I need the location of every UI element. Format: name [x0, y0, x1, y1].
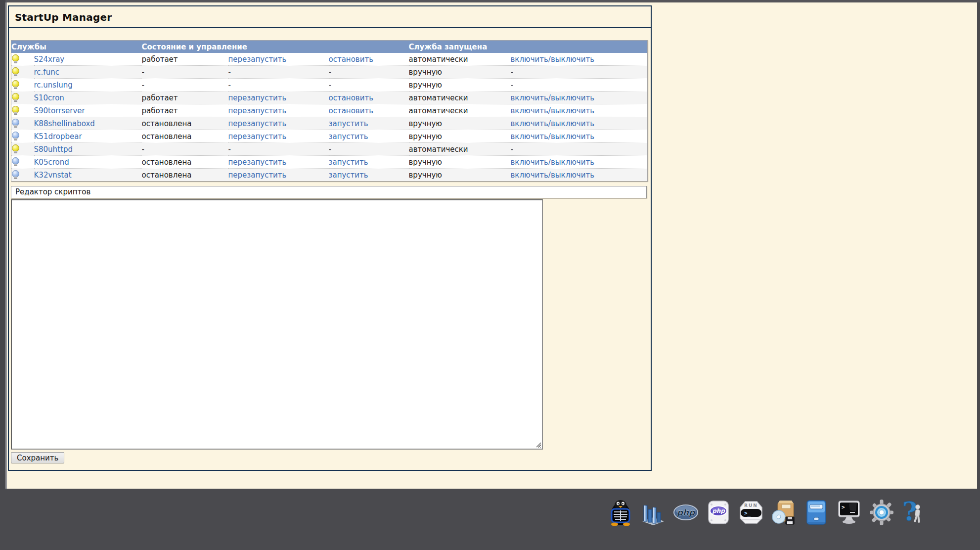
php-icon[interactable]: php — [673, 499, 699, 526]
run-action-cell: остановить — [329, 53, 409, 66]
terminal-monitor-icon[interactable]: > — [836, 499, 862, 526]
service-row: S10cron работает перезапустить остановит… — [11, 92, 648, 104]
service-status: остановлена — [142, 156, 228, 169]
page-title: StartUp Manager — [9, 6, 651, 28]
startup-mode: автоматически — [409, 92, 511, 104]
restart-cell: перезапустить — [228, 92, 329, 104]
yellow-bulb-icon — [11, 54, 20, 64]
restart-link[interactable]: перезапустить — [228, 93, 287, 102]
run-action-cell: остановить — [329, 92, 409, 104]
run-action-link[interactable]: остановить — [329, 106, 374, 115]
startup-manager-panel: StartUp Manager Службы Состояние и управ… — [8, 5, 652, 471]
toggle-cell: включить/выключить — [511, 53, 648, 66]
restart-cell: - — [228, 79, 329, 92]
service-row: K32vnstat остановлена перезапустить запу… — [11, 169, 648, 182]
run-action-link[interactable]: остановить — [329, 93, 374, 102]
service-row: K05crond остановлена перезапустить запус… — [11, 156, 648, 169]
toggle-enable-link[interactable]: включить/выключить — [511, 55, 595, 64]
service-name-link[interactable]: rc.unslung — [34, 81, 73, 90]
service-name-link[interactable]: K05crond — [34, 158, 69, 167]
restart-link[interactable]: перезапустить — [228, 132, 287, 141]
yellow-bulb-icon — [11, 144, 20, 154]
startup-mode: автоматически — [409, 104, 511, 117]
toggle-cell: - — [511, 143, 648, 156]
dash-value: - — [511, 145, 513, 154]
dash-value: - — [228, 68, 231, 77]
service-row: K51dropbear остановлена перезапустить за… — [11, 130, 648, 143]
restart-cell: - — [228, 66, 329, 79]
service-status: работает — [142, 53, 228, 66]
desktop-frame-left — [0, 0, 5, 490]
software-package-icon[interactable] — [771, 499, 797, 526]
toggle-enable-link[interactable]: включить/выключить — [511, 158, 595, 167]
dash-value: - — [329, 81, 331, 90]
run-action-link[interactable]: остановить — [329, 55, 374, 64]
toggle-enable-link[interactable]: включить/выключить — [511, 93, 595, 102]
restart-cell: перезапустить — [228, 117, 329, 130]
toggle-enable-link[interactable]: включить/выключить — [511, 106, 595, 115]
service-name-link[interactable]: rc.func — [34, 68, 59, 77]
service-row: S24xray работает перезапустить остановит… — [11, 53, 648, 66]
svg-text:RUN: RUN — [744, 503, 758, 508]
toggle-enable-link[interactable]: включить/выключить — [511, 171, 595, 180]
script-editor-textarea[interactable] — [11, 199, 543, 450]
tux-xray-icon[interactable] — [608, 499, 633, 526]
svg-text:>: > — [842, 504, 845, 510]
service-name-link[interactable]: K51dropbear — [34, 132, 82, 141]
startup-mode: автоматически — [409, 53, 511, 66]
restart-link[interactable]: перезапустить — [228, 119, 287, 128]
run-action-cell: - — [329, 79, 409, 92]
run-action-cell: остановить — [329, 104, 409, 117]
blue-bulb-icon — [11, 157, 20, 167]
run-action-cell: - — [329, 143, 409, 156]
run-action-link[interactable]: запустить — [329, 158, 368, 167]
run-action-link[interactable]: запустить — [329, 171, 368, 180]
bar-chart-icon[interactable] — [640, 499, 666, 526]
save-button[interactable]: Сохранить — [11, 452, 64, 463]
run-action-link[interactable]: запустить — [329, 119, 368, 128]
service-status: - — [142, 143, 228, 156]
service-name-link[interactable]: S10cron — [34, 93, 64, 102]
service-row: rc.unslung - - - вручную - — [11, 79, 648, 92]
toggle-enable-link[interactable]: включить/выключить — [511, 132, 595, 141]
file-cabinet-icon[interactable] — [803, 499, 829, 526]
toggle-enable-link[interactable]: включить/выключить — [511, 119, 595, 128]
service-status: работает — [142, 104, 228, 117]
dash-value: - — [329, 145, 331, 154]
settings-gear-icon[interactable] — [869, 499, 894, 526]
restart-cell: перезапустить — [228, 104, 329, 117]
service-row: S80uhttpd - - - автоматически - — [11, 143, 648, 156]
browser-page: StartUp Manager Службы Состояние и управ… — [7, 2, 977, 489]
toggle-cell: включить/выключить — [511, 104, 648, 117]
restart-link[interactable]: перезапустить — [228, 158, 287, 167]
panel-body: Службы Состояние и управление Служба зап… — [9, 40, 651, 463]
service-name-link[interactable]: K88shellinaboxd — [34, 119, 95, 128]
script-editor-wrap — [11, 199, 543, 450]
column-header-startup-mode: Служба запущена — [409, 41, 648, 53]
restart-link[interactable]: перезапустить — [228, 55, 287, 64]
restart-cell: - — [228, 143, 329, 156]
service-name-link[interactable]: S90torrserver — [34, 106, 85, 115]
service-row: K88shellinaboxd остановлена перезапустит… — [11, 117, 648, 130]
help-question-icon[interactable]: ? — [901, 499, 927, 526]
svg-text:php: php — [677, 507, 696, 517]
restart-link[interactable]: перезапустить — [228, 171, 287, 180]
dash-value: - — [228, 81, 231, 90]
restart-link[interactable]: перезапустить — [228, 106, 287, 115]
script-editor-label: Редактор скриптов — [11, 186, 647, 198]
run-action-cell: запустить — [329, 169, 409, 182]
yellow-bulb-icon — [11, 93, 20, 102]
php-file-icon[interactable]: php — [706, 499, 731, 526]
toggle-cell: - — [511, 79, 648, 92]
service-name-link[interactable]: S24xray — [34, 55, 65, 64]
run-terminal-icon[interactable]: RUN >_ — [738, 499, 764, 526]
run-action-link[interactable]: запустить — [329, 132, 368, 141]
service-row: rc.func - - - вручную - — [11, 66, 648, 79]
toggle-cell: включить/выключить — [511, 117, 648, 130]
services-table-header-row: Службы Состояние и управление Служба зап… — [11, 41, 648, 53]
service-name-link[interactable]: S80uhttpd — [34, 145, 73, 154]
service-status: работает — [142, 92, 228, 104]
startup-mode: вручную — [409, 169, 511, 182]
service-name-link[interactable]: K32vnstat — [34, 171, 72, 180]
run-action-cell: - — [329, 66, 409, 79]
